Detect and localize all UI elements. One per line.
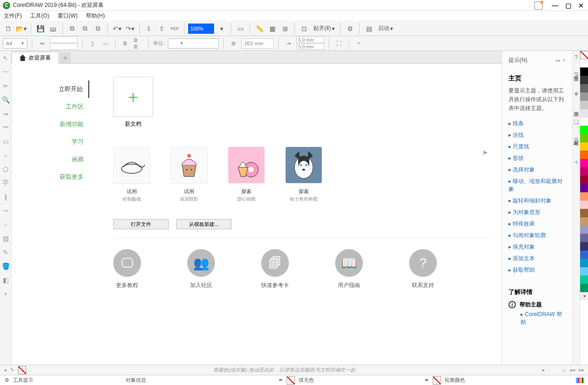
nudge-field[interactable]: .001 mm (241, 38, 274, 49)
color-swatch[interactable] (580, 217, 588, 226)
color-swatch[interactable] (580, 259, 588, 267)
hint-link[interactable]: 线条 (508, 118, 566, 129)
layers-icon[interactable]: ❑ (574, 119, 579, 125)
gallery-card[interactable]: 试用 添加阴影 (171, 147, 208, 202)
outline-swatch[interactable] (433, 376, 441, 385)
help-community[interactable]: 👥加入社区 (187, 249, 215, 289)
hint-link[interactable]: 获取帮助 (508, 264, 566, 276)
crop-tool-icon[interactable]: ✂ (0, 80, 11, 92)
color-swatch[interactable] (580, 142, 588, 151)
hint-link[interactable]: 连线 (508, 129, 566, 141)
hint-link[interactable]: 勾画对象轮廓 (508, 230, 566, 241)
home-icon[interactable]: ⌂ (563, 367, 566, 373)
color-swatch[interactable] (580, 101, 588, 109)
fill-tool-icon[interactable]: 🪣 (0, 261, 11, 272)
effects-tool-icon[interactable]: ▫ (0, 219, 11, 230)
zoom-input[interactable]: 100% (188, 24, 214, 34)
new-document-tile[interactable]: ＋ (113, 77, 153, 116)
dup-y-field[interactable]: 5.0 mm (296, 43, 324, 50)
menu-window[interactable]: 窗口(W) (58, 12, 78, 20)
landscape-icon[interactable]: ▭ (100, 38, 110, 49)
add-docker-icon[interactable]: ＋ (573, 158, 580, 166)
color-swatch[interactable] (580, 67, 588, 76)
copy-icon[interactable]: ⧉ (67, 23, 78, 34)
color-swatch[interactable] (580, 184, 588, 192)
parallel-tool-icon[interactable]: ∥ (0, 191, 11, 202)
pick-tool-icon[interactable]: ↖ (0, 53, 11, 64)
menu-help[interactable]: 帮助(H) (86, 12, 105, 20)
hint-link[interactable]: 特殊效果 (508, 218, 566, 230)
color-swatch[interactable] (580, 126, 588, 134)
help-tutorials[interactable]: 🖵更多教程 (113, 249, 141, 289)
scroll-right-icon[interactable]: ▸ (542, 367, 545, 373)
notification-icon[interactable] (534, 1, 543, 10)
export-icon[interactable]: ⇧ (156, 23, 167, 34)
eyedropper-icon[interactable]: ✎ (10, 367, 14, 373)
connector-tool-icon[interactable]: ⤳ (0, 205, 11, 216)
fullscreen-icon[interactable]: ▭ (235, 23, 246, 34)
add-icon[interactable]: ＋ (354, 38, 364, 49)
new-doc-icon[interactable]: 🗋 (3, 23, 14, 34)
gear-icon[interactable]: ⚙ (5, 377, 9, 383)
text-tool-icon[interactable]: 字 (0, 177, 11, 189)
print-icon[interactable]: 🖴 (48, 23, 59, 34)
nav-gallery[interactable]: 画廊 (17, 151, 89, 168)
menu-file[interactable]: 文件(F) (4, 12, 22, 20)
color-swatch[interactable] (580, 151, 588, 159)
clipboard-icon[interactable]: ⧉ (92, 23, 104, 34)
redo-icon[interactable]: ↷▾ (124, 23, 135, 34)
menu-tools[interactable]: 工具(O) (30, 12, 49, 20)
nav-whatsnew[interactable]: 新增功能 (17, 116, 89, 133)
help-userguide[interactable]: 📖用户指南 (335, 249, 363, 289)
gallery-card[interactable]: 探索 哈士奇对称图 (285, 147, 322, 202)
snap-dropdown[interactable]: 贴齐(Ⅱ)▾ (312, 23, 337, 34)
artistic-tool-icon[interactable]: 〜 (0, 122, 11, 133)
coreldraw-help-link[interactable]: CorelDRAW 帮助 (521, 309, 566, 328)
hint-link[interactable]: 旋转和倾斜对象 (508, 195, 566, 207)
help-quickref[interactable]: 🗐快速参考卡 (261, 249, 289, 289)
new-from-template-button[interactable]: 从模板新建... (176, 219, 232, 229)
outline-tool-icon[interactable]: ◧ (0, 275, 11, 286)
polygon-tool-icon[interactable]: ⬠ (0, 164, 11, 175)
color-swatch[interactable] (580, 192, 588, 201)
color-swatch[interactable] (580, 134, 588, 142)
color-swatch[interactable] (580, 275, 588, 284)
hint-link[interactable]: 填充对象 (508, 241, 566, 253)
color-swatch[interactable] (580, 267, 588, 275)
color-swatch[interactable] (580, 176, 588, 184)
hint-link[interactable]: 移动、缩放和延展对象 (508, 176, 566, 195)
panel-controls[interactable]: ▸▸ ✕ (556, 58, 566, 63)
gallery-next-icon[interactable]: ▸ (484, 147, 488, 157)
color-swatch[interactable] (580, 59, 588, 67)
docker-tab-hints[interactable]: 提示(N) (573, 72, 580, 79)
color-swatch[interactable] (580, 201, 588, 209)
color-swatch[interactable] (580, 209, 588, 217)
fill-pen-icon[interactable]: ✒ (279, 377, 283, 383)
scroll-left-icon[interactable]: ◂ (4, 367, 6, 373)
pdf-icon[interactable]: PDF (169, 23, 180, 34)
hint-link[interactable]: 尺度线 (508, 141, 566, 153)
help-icon[interactable]: ? (575, 54, 578, 61)
color-swatch[interactable] (580, 284, 588, 292)
hint-link[interactable]: 选择对象 (508, 164, 566, 176)
snap-icon[interactable]: ⊡ (299, 23, 310, 34)
welcome-tab[interactable]: 欢迎屏幕 (12, 52, 59, 64)
color-swatch[interactable] (580, 167, 588, 176)
docker-tab-objects[interactable]: 对象 (O) (573, 136, 580, 145)
color-swatch[interactable] (580, 92, 588, 101)
eyedropper-tool-icon[interactable]: ✎ (0, 247, 11, 258)
options-icon[interactable]: ⚙ (344, 23, 355, 34)
maximize-button[interactable]: ▢ (564, 1, 572, 10)
gallery-card[interactable]: 探索 甜心插图 (228, 147, 265, 202)
zoom-dropdown-icon[interactable]: ▾ (216, 23, 227, 34)
nav-back-icon[interactable]: ◂◂ (570, 367, 575, 373)
nav-get-started[interactable]: 立即开始 (17, 80, 89, 98)
outline-pen-icon[interactable]: ✒ (425, 377, 429, 383)
height-field[interactable] (50, 43, 78, 50)
palette-scroll-icon[interactable]: ▾ (580, 292, 588, 300)
hint-link[interactable]: 添加文本 (508, 253, 566, 264)
paper-size-select[interactable]: A4▾ (3, 38, 27, 49)
nav-learning[interactable]: 学习 (17, 133, 89, 151)
dimension-icon[interactable]: ⇔ (37, 38, 47, 49)
nav-fwd-icon[interactable]: ▸▸ (579, 367, 584, 373)
